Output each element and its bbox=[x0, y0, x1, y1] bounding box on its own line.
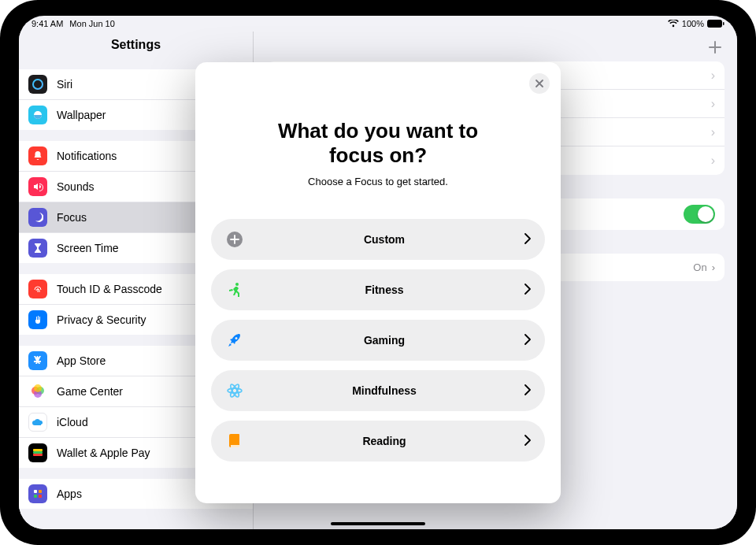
sidebar-item-label: Siri bbox=[57, 78, 72, 91]
modal-title: What do you want to focus on? bbox=[211, 119, 545, 168]
svg-rect-13 bbox=[34, 495, 37, 498]
sidebar-item-label: Wallet & Apple Pay bbox=[57, 447, 150, 459]
plus-circle-icon bbox=[225, 230, 244, 249]
sidebar-item-label: Screen Time bbox=[57, 242, 119, 254]
svg-point-16 bbox=[235, 283, 239, 286]
svg-rect-1 bbox=[723, 22, 724, 25]
sidebar-item-label: Sounds bbox=[57, 180, 94, 193]
svg-rect-9 bbox=[33, 451, 43, 454]
apps-icon bbox=[28, 484, 47, 503]
sidebar-item-label: Apps bbox=[57, 488, 82, 500]
sidebar-item-label: Focus bbox=[57, 211, 87, 224]
focus-option-fitness[interactable]: Fitness bbox=[211, 269, 545, 310]
svg-rect-10 bbox=[33, 454, 43, 456]
svg-point-18 bbox=[228, 388, 242, 393]
wallpaper-icon bbox=[28, 106, 47, 124]
rocket-icon bbox=[225, 331, 244, 350]
wallet-icon bbox=[28, 443, 47, 462]
screen: 9:41 AM Mon Jun 10 100% Settings bbox=[19, 16, 737, 529]
speaker-icon bbox=[28, 177, 47, 196]
focus-status-value: On bbox=[693, 261, 706, 273]
svg-rect-12 bbox=[39, 490, 42, 493]
svg-rect-11 bbox=[34, 490, 37, 493]
app-store-icon bbox=[28, 351, 47, 370]
hourglass-icon bbox=[28, 239, 47, 258]
sidebar-item-label: Wallpaper bbox=[57, 109, 106, 121]
home-indicator[interactable] bbox=[331, 522, 425, 525]
sidebar-item-label: App Store bbox=[57, 354, 106, 367]
status-bar: 9:41 AM Mon Jun 10 100% bbox=[19, 16, 737, 32]
device-frame: 9:41 AM Mon Jun 10 100% Settings bbox=[0, 0, 756, 545]
moon-icon bbox=[28, 208, 47, 227]
focus-option-reading[interactable]: Reading bbox=[211, 421, 545, 462]
modal-subtitle: Choose a Focus to get started. bbox=[211, 176, 545, 187]
add-focus-button[interactable] bbox=[707, 39, 723, 60]
new-focus-modal: What do you want to focus on? Choose a F… bbox=[195, 62, 561, 503]
svg-point-2 bbox=[33, 80, 43, 89]
focus-option-custom[interactable]: Custom bbox=[211, 219, 545, 260]
chevron-right-icon bbox=[524, 284, 531, 297]
lotus-icon bbox=[225, 381, 244, 400]
siri-icon bbox=[28, 75, 47, 94]
svg-rect-8 bbox=[33, 449, 43, 451]
sidebar-item-label: Privacy & Security bbox=[57, 313, 146, 326]
focus-option-label: Gaming bbox=[244, 334, 524, 347]
sidebar-item-label: Game Center bbox=[57, 385, 123, 398]
bell-icon bbox=[28, 146, 47, 165]
focus-options-list: Custom Fitness bbox=[211, 219, 545, 462]
svg-point-7 bbox=[34, 384, 42, 392]
focus-option-label: Custom bbox=[244, 233, 524, 246]
fingerprint-icon bbox=[28, 280, 47, 298]
sidebar-item-label: iCloud bbox=[57, 416, 88, 428]
game-center-icon bbox=[28, 382, 47, 401]
focus-option-label: Reading bbox=[244, 435, 524, 447]
chevron-right-icon: › bbox=[712, 261, 715, 273]
chevron-right-icon bbox=[524, 384, 531, 398]
sidebar-title: Settings bbox=[19, 32, 253, 58]
book-icon bbox=[225, 432, 244, 450]
status-time: 9:41 AM bbox=[32, 19, 63, 28]
battery-icon bbox=[707, 20, 724, 28]
sidebar-item-label: Touch ID & Passcode bbox=[57, 283, 162, 295]
chevron-right-icon bbox=[524, 435, 531, 448]
sidebar-item-label: Notifications bbox=[57, 150, 117, 162]
wifi-icon bbox=[668, 20, 679, 28]
focus-option-mindfulness[interactable]: Mindfulness bbox=[211, 370, 545, 411]
hand-icon bbox=[28, 310, 47, 329]
focus-option-label: Fitness bbox=[244, 284, 524, 296]
running-icon bbox=[225, 280, 244, 299]
focus-option-gaming[interactable]: Gaming bbox=[211, 320, 545, 361]
chevron-right-icon bbox=[524, 233, 531, 247]
share-toggle[interactable] bbox=[684, 205, 715, 224]
status-date: Mon Jun 10 bbox=[69, 19, 114, 28]
icloud-icon bbox=[28, 413, 47, 432]
status-battery-percent: 100% bbox=[682, 19, 704, 28]
chevron-right-icon bbox=[524, 334, 531, 347]
close-icon bbox=[535, 79, 544, 88]
close-button[interactable] bbox=[529, 73, 550, 94]
svg-rect-0 bbox=[708, 20, 722, 28]
focus-option-label: Mindfulness bbox=[244, 384, 524, 397]
svg-rect-14 bbox=[39, 495, 42, 498]
svg-rect-21 bbox=[231, 445, 239, 447]
